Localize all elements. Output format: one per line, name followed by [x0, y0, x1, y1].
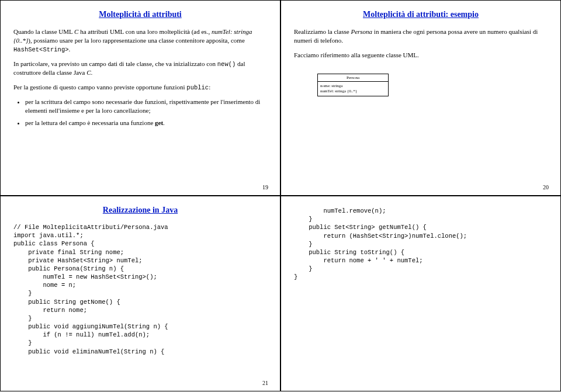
text: Per la gestione di questo campo vanno pr…	[13, 84, 186, 91]
page-number: 19	[262, 184, 268, 190]
text: ha attributi UML con una loro molteplici…	[78, 28, 211, 35]
slide-20: Molteplicità di attributi: esempio Reali…	[280, 0, 561, 196]
paragraph: Realizziamo la classe Persona in maniera…	[294, 27, 548, 45]
text: .	[69, 46, 71, 53]
italic-text: C	[86, 69, 91, 76]
text: .	[163, 119, 165, 126]
mono-text: new()	[217, 61, 236, 68]
slide-grid: Molteplicità di attributi Quando la clas…	[0, 0, 561, 391]
list-item: per la scrittura del campo sono necessar…	[25, 98, 267, 115]
paragraph: Quando la classe UML C ha attributi UML …	[13, 27, 267, 54]
text: ), possiamo usare per la loro rappresent…	[28, 37, 245, 44]
uml-class-box: Persona nome: stringa numTel: stringa {0…	[317, 74, 389, 96]
text: Realizziamo la classe	[294, 28, 351, 35]
paragraph: Per la gestione di questo campo vanno pr…	[13, 83, 267, 92]
bold-text: get	[155, 119, 163, 126]
code-block: // File MolteplicitaAttributi/Persona.ja…	[13, 223, 267, 356]
uml-class-body: nome: stringa numTel: stringa {0..*}	[318, 82, 388, 96]
uml-class-name: Persona	[318, 74, 388, 82]
text: In particolare, va previsto un campo dat…	[13, 60, 217, 67]
text: :	[209, 84, 210, 91]
slide-21: Realizzazione in Java // File Molteplici…	[0, 196, 280, 391]
slide-title: Molteplicità di attributi	[13, 10, 267, 19]
mono-text: HashSet<String>	[13, 46, 69, 53]
code-block: numTel.remove(n); } public Set<String> g…	[294, 207, 548, 282]
bullet-list: per la scrittura del campo sono necessar…	[25, 98, 267, 127]
page-number: 21	[262, 380, 268, 386]
paragraph: In particolare, va previsto un campo dat…	[13, 60, 267, 77]
text: .	[91, 69, 93, 76]
page-number: 20	[543, 184, 549, 190]
text: per la lettura del campo è necessaria un…	[25, 119, 155, 126]
text: Quando la classe UML	[13, 28, 74, 35]
slide-title: Molteplicità di attributi: esempio	[294, 10, 548, 19]
spacer	[294, 65, 548, 74]
paragraph: Facciamo riferimento alla seguente class…	[294, 51, 548, 60]
slide-19: Molteplicità di attributi Quando la clas…	[0, 0, 280, 196]
slide-title: Realizzazione in Java	[13, 206, 267, 215]
italic-text: Persona	[351, 28, 372, 35]
mono-text: public	[186, 84, 209, 91]
slide-22: numTel.remove(n); } public Set<String> g…	[280, 196, 561, 391]
list-item: per la lettura del campo è necessaria un…	[25, 119, 267, 127]
